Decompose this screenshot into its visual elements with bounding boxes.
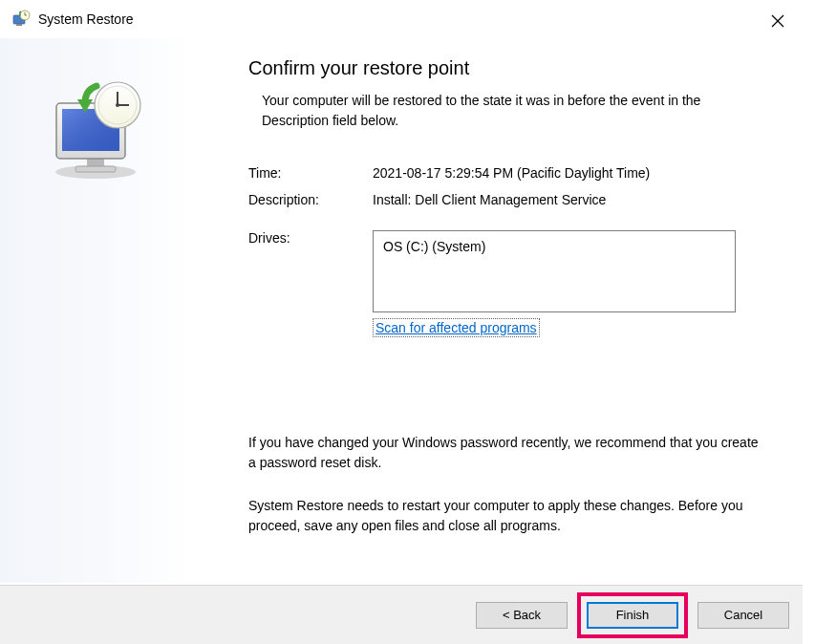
finish-button[interactable]: Finish (587, 602, 678, 629)
close-button[interactable] (766, 10, 789, 32)
close-icon (771, 14, 784, 28)
drives-label: Drives: (248, 230, 373, 312)
back-button[interactable]: < Back (476, 602, 568, 629)
description-label: Description: (248, 192, 373, 207)
restore-info-table: Time: 2021-08-17 5:29:54 PM (Pacific Day… (248, 165, 764, 207)
drives-list: OS (C:) (System) (373, 230, 736, 312)
svg-rect-1 (16, 24, 22, 26)
svg-rect-10 (75, 166, 116, 172)
system-restore-icon (11, 10, 31, 29)
finish-highlight: Finish (577, 592, 688, 638)
titlebar: System Restore (0, 0, 803, 38)
sidebar (0, 38, 191, 583)
password-warning-text: If you have changed your Windows passwor… (248, 433, 764, 473)
time-label: Time: (248, 165, 373, 181)
body-area: Confirm your restore point Your computer… (0, 38, 803, 583)
scan-programs-link[interactable]: Scan for affected programs (373, 318, 540, 337)
restart-warning-text: System Restore needs to restart your com… (248, 496, 764, 536)
content-area: Confirm your restore point Your computer… (191, 38, 803, 583)
time-value: 2021-08-17 5:29:54 PM (Pacific Daylight … (373, 165, 764, 181)
cancel-button[interactable]: Cancel (697, 602, 789, 629)
system-restore-large-icon (43, 76, 148, 182)
page-heading: Confirm your restore point (248, 57, 764, 79)
svg-point-18 (116, 103, 119, 107)
window-title: System Restore (38, 11, 134, 27)
drives-row: Drives: OS (C:) (System) (248, 230, 764, 312)
button-footer: < Back Finish Cancel (0, 585, 803, 644)
system-restore-window: System Restore (0, 0, 803, 644)
description-value: Install: Dell Client Management Service (373, 192, 764, 207)
page-subheading: Your computer will be restored to the st… (248, 91, 764, 131)
